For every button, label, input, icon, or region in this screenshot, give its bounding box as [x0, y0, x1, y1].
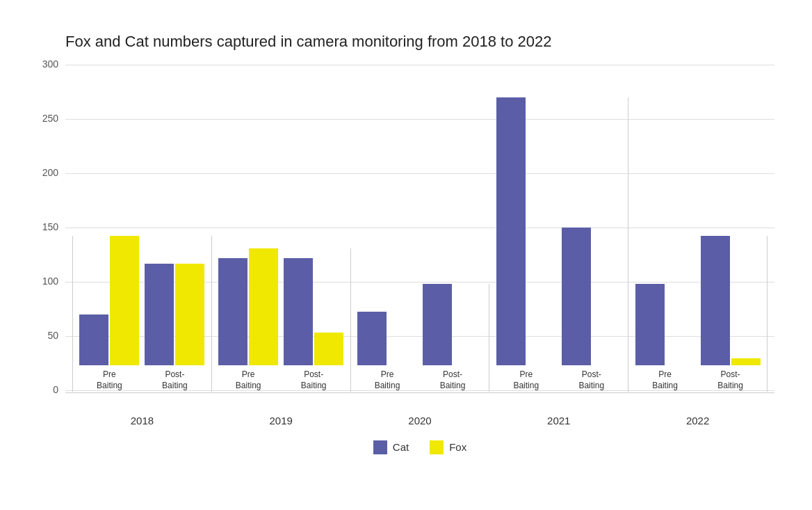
- chart-title: Fox and Cat numbers captured in camera m…: [65, 33, 774, 51]
- y-axis-label: 250: [31, 113, 58, 124]
- cat-bar: [218, 258, 247, 365]
- bar-x-label: Post-Baiting: [421, 369, 484, 391]
- x-axis: [65, 392, 774, 393]
- legend-fox-box: [430, 440, 444, 454]
- bar-x-label: PreBaiting: [356, 369, 419, 391]
- legend: Cat Fox: [65, 440, 774, 458]
- year-group-2019: PreBaitingPost-Baiting2019: [212, 248, 351, 392]
- bar-pair-2018-post: Post-Baiting: [143, 264, 206, 392]
- fox-bar: [110, 236, 139, 365]
- bar-x-label: Post-Baiting: [560, 369, 623, 391]
- fox-bar: [731, 358, 761, 365]
- chart-container: Fox and Cat numbers captured in camera m…: [24, 12, 788, 499]
- legend-cat-box: [373, 440, 387, 454]
- year-group-2022: PreBaitingPost-Baiting2022: [628, 236, 768, 391]
- year-group-2021: PreBaitingPost-Baiting2021: [489, 97, 628, 392]
- bar-x-label: PreBaiting: [634, 369, 697, 391]
- bar-x-label: PreBaiting: [495, 369, 558, 391]
- y-axis-label: 100: [31, 276, 58, 287]
- year-group-2020: PreBaitingPost-Baiting2020: [351, 284, 490, 392]
- cat-bar: [562, 228, 591, 365]
- y-axis-label: 150: [31, 221, 58, 232]
- legend-cat: Cat: [373, 440, 409, 454]
- year-group-2018: PreBaitingPost-Baiting2018: [72, 236, 212, 391]
- year-label-2020: 2020: [408, 415, 431, 427]
- bar-pair-2020-post: Post-Baiting: [421, 284, 484, 392]
- bar-x-label: Post-Baiting: [282, 369, 345, 391]
- bar-pair-2019-post: Post-Baiting: [282, 258, 345, 391]
- legend-fox: Fox: [430, 440, 466, 454]
- cat-bar: [284, 258, 313, 365]
- fox-bar: [249, 248, 278, 366]
- bar-pair-2021-post: Post-Baiting: [560, 228, 623, 391]
- y-axis-label: 50: [31, 330, 58, 341]
- cat-bar: [357, 312, 387, 366]
- bar-x-label: PreBaiting: [78, 369, 140, 391]
- bar-pair-2022-pre: PreBaiting: [634, 284, 697, 392]
- bar-pair-2019-pre: PreBaiting: [217, 248, 279, 392]
- bar-x-label: Post-Baiting: [699, 369, 762, 391]
- cat-bar: [496, 97, 526, 366]
- cat-bar: [701, 236, 730, 365]
- y-axis-label: 200: [31, 167, 58, 178]
- chart-area: 300250200150100500 PreBaitingPost-Baitin…: [65, 65, 774, 433]
- fox-bar: [314, 333, 343, 365]
- year-label-2019: 2019: [270, 415, 293, 427]
- fox-bar: [175, 264, 204, 366]
- bar-pair-2022-post: Post-Baiting: [699, 236, 762, 391]
- bar-x-label: PreBaiting: [217, 369, 279, 391]
- cat-bar: [423, 284, 452, 365]
- year-label-2021: 2021: [547, 415, 570, 427]
- y-axis-label: 0: [31, 384, 58, 395]
- bar-pair-2020-pre: PreBaiting: [356, 312, 419, 392]
- legend-cat-label: Cat: [393, 441, 409, 453]
- cat-bar: [145, 264, 174, 366]
- bar-pair-2021-pre: PreBaiting: [495, 97, 558, 392]
- y-axis-label: 300: [31, 58, 58, 70]
- year-label-2022: 2022: [686, 415, 709, 427]
- cat-bar: [79, 314, 108, 365]
- bars-area: PreBaitingPost-Baiting2018PreBaitingPost…: [65, 65, 774, 392]
- legend-fox-label: Fox: [449, 441, 466, 453]
- year-label-2018: 2018: [131, 415, 154, 427]
- cat-bar: [635, 284, 665, 365]
- bar-pair-2018-pre: PreBaiting: [78, 236, 140, 391]
- bar-x-label: Post-Baiting: [143, 369, 206, 391]
